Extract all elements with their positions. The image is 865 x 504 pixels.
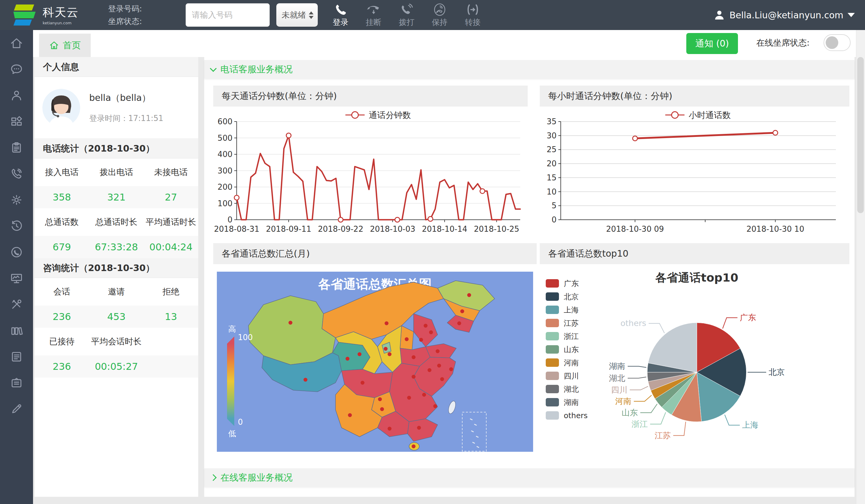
stat-label-row: 总通话数总通话时长平均通话时长 <box>35 208 198 236</box>
province-top10-card: 各省通话总数top10 广东北京上海江苏浙江山东河南四川湖北湖南others 各… <box>540 243 849 453</box>
stat-label: 未接电话 <box>143 159 198 186</box>
login-number-label: 登录号码: <box>108 2 142 15</box>
ketianyun-agent-console: 科天云 ketianyun.com 登录号码: 坐席状态: 未就绪 登录挂断拨打… <box>0 0 865 504</box>
phone-stats-section-title: 电话统计（2018-10-30） <box>35 139 198 159</box>
daily-minutes-line-chart[interactable]: 01002003004005006002018-08-312018-09-112… <box>213 107 528 237</box>
account-menu[interactable]: Bella.Liu@ketianyun.com <box>713 0 855 30</box>
svg-text:各省通话top10: 各省通话top10 <box>655 271 738 284</box>
phone-icon <box>10 167 23 180</box>
stat-label: 接入电话 <box>35 159 89 186</box>
svg-text:浙江: 浙江 <box>631 419 647 429</box>
hourly-minutes-line-chart[interactable]: 051015202530352018-10-30 092018-10-30 10… <box>540 107 849 237</box>
sidebar-item-chat[interactable] <box>0 56 33 82</box>
login-state-labels: 登录号码: 坐席状态: <box>108 2 142 27</box>
chat-icon <box>10 63 23 76</box>
svg-text:400: 400 <box>218 150 232 159</box>
agent-info-panel: 个人信息 bella（bella） 登录时间：17:11:51 <box>35 57 198 497</box>
sidebar-item-card[interactable] <box>0 370 33 396</box>
legend-color-chip <box>546 279 559 288</box>
stat-value-row: 23600:05:27 <box>35 355 198 378</box>
daily-minutes-chart-title: 每天通话分钟数(单位：分钟) <box>213 85 528 107</box>
sidebar-item-apps[interactable] <box>0 108 33 134</box>
svg-text:通话分钟数: 通话分钟数 <box>369 110 411 120</box>
scrollbar-thumb[interactable] <box>857 57 864 213</box>
phone-hangup-icon <box>367 3 381 16</box>
legend-color-chip <box>546 359 559 367</box>
legend-color-chip <box>546 398 559 407</box>
legend-color-chip <box>546 385 559 393</box>
stat-value: 236 <box>35 306 89 328</box>
sidebar-item-document[interactable] <box>0 343 33 370</box>
stat-label: 平均通话时长 <box>143 208 198 236</box>
legend-color-chip <box>546 292 559 301</box>
svg-text:100: 100 <box>238 333 253 342</box>
dial-label: 拨打 <box>399 17 415 27</box>
sidebar-item-gear[interactable] <box>0 187 33 213</box>
sidebar-item-history[interactable] <box>0 213 33 239</box>
svg-text:10: 10 <box>546 187 556 196</box>
phone-number-input[interactable] <box>186 3 270 27</box>
daily-minutes-chart-card: 每天通话分钟数(单位：分钟) 01002003004005006002018-0… <box>213 85 528 237</box>
svg-text:江苏: 江苏 <box>655 431 671 440</box>
sidebar-item-phone[interactable] <box>0 161 33 187</box>
sidebar-item-pencil[interactable] <box>0 396 33 422</box>
stat-label: 拒绝 <box>143 278 198 306</box>
china-call-heat-map[interactable]: 各省通话总数汇总图高1000低 <box>217 272 533 452</box>
hangup-button[interactable]: 挂断 <box>359 3 388 27</box>
stat-label-row: 已接待平均会话时长 <box>35 328 198 355</box>
phone-transfer-icon <box>466 3 480 16</box>
login-time: 登录时间：17:11:51 <box>89 113 163 124</box>
stat-value: 13 <box>143 306 198 328</box>
apps-icon <box>10 115 23 128</box>
province-map-card: 各省通话总数汇总(月) 各省通话总数汇总图高1000低 <box>213 243 537 453</box>
sidebar-item-person[interactable] <box>0 82 33 108</box>
svg-text:2018-10-30 09: 2018-10-30 09 <box>606 224 664 234</box>
phone-overview-section-toggle[interactable]: 电话客服业务概况 <box>204 60 854 79</box>
svg-text:2018-09-22: 2018-09-22 <box>318 224 364 234</box>
hold-label: 保持 <box>432 17 448 27</box>
tab-home[interactable]: 首页 <box>39 34 91 57</box>
archive-icon <box>10 324 23 337</box>
svg-text:others: others <box>621 318 646 328</box>
svg-text:20: 20 <box>546 159 556 168</box>
stat-label: 平均会话时长 <box>89 328 144 355</box>
legend-color-chip <box>546 306 559 314</box>
transfer-button[interactable]: 转接 <box>458 3 487 27</box>
online-agent-toggle[interactable] <box>823 34 851 51</box>
agent-name: bella（bella） <box>89 92 163 104</box>
sidebar-item-home[interactable] <box>0 30 33 56</box>
stat-value: 679 <box>35 236 89 258</box>
online-overview-section-toggle[interactable]: 在线客服业务概况 <box>204 468 854 487</box>
stat-label-row: 接入电话拨出电话未接电话 <box>35 159 198 186</box>
legend-color-chip <box>546 372 559 380</box>
sidebar-item-tools[interactable] <box>0 291 33 317</box>
sidebar-item-phone-circle[interactable] <box>0 239 33 265</box>
agent-status-value: 未就绪 <box>282 10 306 20</box>
vertical-scrollbar[interactable] <box>856 30 865 504</box>
home-icon <box>49 40 59 50</box>
sidebar-item-monitor-chart[interactable] <box>0 265 33 291</box>
tools-icon <box>10 298 23 311</box>
brand-logo[interactable]: 科天云 ketianyun.com <box>12 3 99 27</box>
stat-label: 邀请 <box>89 278 144 306</box>
sidebar-item-archive[interactable] <box>0 317 33 343</box>
dial-button[interactable]: 拨打 <box>392 3 421 27</box>
call-control-buttons: 登录挂断拨打保持转接 <box>326 3 487 27</box>
stat-value: 00:05:27 <box>89 355 144 378</box>
agent-status-select[interactable]: 未就绪 <box>276 3 318 27</box>
hold-button[interactable]: 保持 <box>425 3 454 27</box>
province-top10-pie-chart[interactable]: 各省通话top10广东北京上海江苏浙江山东河南四川湖北湖南others <box>558 267 843 447</box>
svg-text:35: 35 <box>546 117 556 126</box>
svg-text:2018-10-25: 2018-10-25 <box>474 224 519 234</box>
sidebar-item-clipboard[interactable] <box>0 134 33 161</box>
stat-value: 453 <box>89 306 144 328</box>
toggle-knob <box>826 36 838 49</box>
svg-text:河南: 河南 <box>615 397 631 406</box>
svg-text:2018-08-31: 2018-08-31 <box>214 224 259 234</box>
stat-value: 27 <box>143 186 198 208</box>
notice-button[interactable]: 通知 (0) <box>686 33 738 54</box>
login-button[interactable]: 登录 <box>326 3 355 27</box>
svg-text:0: 0 <box>238 418 243 426</box>
svg-text:5: 5 <box>551 201 556 210</box>
svg-text:500: 500 <box>218 133 232 143</box>
